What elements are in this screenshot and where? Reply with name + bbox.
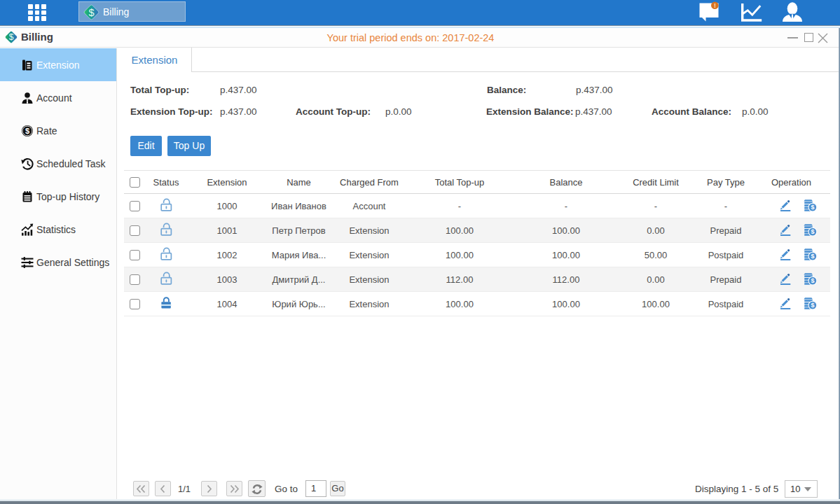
svg-text:$: $	[811, 253, 814, 260]
svg-text:$: $	[811, 228, 814, 235]
svg-text:!: !	[714, 2, 716, 9]
svg-text:$: $	[811, 277, 814, 284]
svg-text:$: $	[811, 204, 814, 211]
svg-text:$: $	[9, 32, 14, 42]
svg-text:$: $	[811, 302, 814, 309]
svg-text:$: $	[25, 127, 29, 135]
svg-text:$: $	[88, 6, 94, 18]
